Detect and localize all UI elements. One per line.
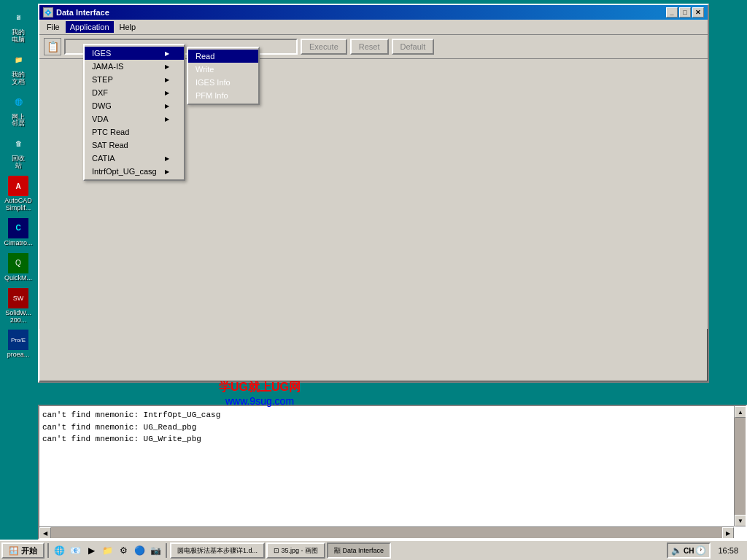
menu-iges[interactable]: IGES ▶ Read Write IGES Info PFM Info [85, 47, 184, 60]
menu-help[interactable]: Help [115, 21, 141, 33]
desktop-icon-solidworks[interactable]: SW SolidW...200... [1, 288, 36, 324]
desktop-icon-recycle[interactable]: 🗑 回收站 [1, 133, 36, 170]
menu-dwg[interactable]: DWG ▶ [85, 99, 184, 112]
watermark: 学UG就上UG网 www.9sug.com [219, 380, 301, 407]
menu-step[interactable]: STEP ▶ [85, 73, 184, 86]
desktop-icon-network[interactable]: 🌐 网上邻居 [1, 92, 36, 128]
vertical-scrollbar: ▲ ▼ [734, 406, 746, 526]
reset-button[interactable]: Reset [350, 39, 389, 55]
execute-button[interactable]: Execute [301, 39, 347, 55]
log-line-1: can't find mnemonic: IntrfOpt_UG_casg [42, 409, 731, 421]
taskbar-separator-2 [166, 543, 167, 558]
menu-vda[interactable]: VDA ▶ [85, 112, 184, 125]
iges-submenu: Read Write IGES Info PFM Info [187, 47, 260, 105]
desktop-icon-proeasm[interactable]: Pro/E proea... [1, 330, 36, 359]
dxf-arrow: ▶ [165, 90, 169, 96]
menu-intrfopt[interactable]: IntrfOpt_UG_casg ▶ [85, 165, 184, 178]
menu-application[interactable]: Application [66, 21, 114, 33]
desktop-icon-mycomputer[interactable]: 🖥 我的电脑 [1, 7, 36, 44]
quickm-icon: Q [8, 253, 28, 273]
computer-icon: 🖥 [8, 7, 28, 28]
desktop-icon-cimatron[interactable]: C Cimatro... [1, 218, 36, 247]
horizontal-scrollbar: ◀ ▶ [39, 526, 734, 538]
toolbar-icon: 📋 [44, 38, 61, 55]
menu-jama-is[interactable]: JAMA-IS ▶ [85, 60, 184, 73]
submenu-iges-info[interactable]: IGES Info [188, 76, 258, 89]
iges-arrow: ▶ [165, 50, 169, 57]
vda-arrow: ▶ [165, 116, 169, 122]
tray-network-icon[interactable]: 🔈 [671, 545, 682, 556]
menu-bar: File Application Help [39, 20, 708, 35]
watermark-line1: 学UG就上UG网 [219, 380, 301, 395]
dwg-arrow: ▶ [165, 103, 169, 109]
taskbar-launch-5[interactable]: ⚙ [116, 543, 131, 558]
desktop-icon-autocad[interactable]: A AutoCADSimplif... [1, 176, 36, 212]
clock-display: 16:58 [713, 545, 743, 556]
taskbar-launch-6[interactable]: 🔵 [132, 543, 147, 558]
taskbar-launch-1[interactable]: 🌐 [52, 543, 66, 558]
autocad-icon: A [8, 176, 28, 196]
log-line-3: can't find mnemonic: UG_Write_pbg [42, 433, 731, 446]
desktop: 🖥 我的电脑 📁 我的文档 🌐 网上邻居 🗑 回收站 A AutoCADSimp… [0, 0, 36, 540]
taskbar-right: 🔈 CH 🕐 16:58 [667, 542, 746, 559]
title-bar: 💠 Data Interface _ □ ✕ [39, 5, 708, 20]
recycle-icon: 🗑 [8, 133, 28, 154]
catia-arrow: ▶ [165, 155, 169, 162]
menu-file[interactable]: File [42, 21, 64, 33]
menu-sat-read[interactable]: SAT Read [85, 139, 184, 152]
scroll-down-button[interactable]: ▼ [735, 515, 746, 526]
menu-catia[interactable]: CATIA ▶ [85, 152, 184, 165]
minimize-button[interactable]: _ [666, 7, 678, 18]
proe-icon: Pro/E [8, 330, 28, 350]
close-button[interactable]: ✕ [692, 7, 704, 18]
tray-clock-icon: 🕐 [695, 545, 706, 556]
taskbar-btn-img35[interactable]: ⊡ 35.jpg - 画图 [266, 542, 325, 559]
submenu-read[interactable]: Read [188, 50, 258, 63]
application-dropdown: IGES ▶ Read Write IGES Info PFM Info JAM… [83, 44, 185, 181]
application-menu: IGES ▶ Read Write IGES Info PFM Info JAM… [83, 44, 185, 181]
watermark-line2: www.9sug.com [219, 395, 301, 407]
submenu-write[interactable]: Write [188, 63, 258, 76]
solidworks-icon: SW [8, 288, 28, 308]
network-icon: 🌐 [8, 92, 28, 112]
log-line-2: can't find mnemonic: UG_Read_pbg [42, 421, 731, 434]
maximize-button[interactable]: □ [679, 7, 691, 18]
scroll-up-button[interactable]: ▲ [735, 406, 746, 418]
intrfopt-arrow: ▶ [165, 168, 169, 175]
menu-dxf[interactable]: DXF ▶ [85, 86, 184, 99]
taskbar-btn-data-interface[interactable]: 顯 Data Interface [327, 542, 391, 559]
folder-icon: 📁 [8, 50, 28, 70]
start-windows-icon: 🪟 [9, 546, 19, 556]
menu-ptc-read[interactable]: PTC Read [85, 125, 184, 139]
log-content: can't find mnemonic: IntrfOpt_UG_casg ca… [39, 406, 734, 448]
taskbar-launch-7[interactable]: 📷 [148, 543, 163, 558]
taskbar-separator [47, 543, 49, 558]
jama-arrow: ▶ [165, 63, 169, 70]
scroll-right-button[interactable]: ▶ [722, 527, 734, 539]
scroll-track [735, 418, 746, 515]
window-title: Data Interface [56, 8, 109, 17]
log-area: ▲ ▼ ◀ ▶ can't find mnemonic: IntrfOpt_UG… [38, 405, 747, 540]
default-button[interactable]: Default [392, 39, 435, 55]
hscroll-track [51, 527, 722, 538]
quick-launch: 🌐 📧 ▶ 📁 ⚙ 🔵 📷 [52, 543, 163, 558]
taskbar: 🪟 开始 🌐 📧 ▶ 📁 ⚙ 🔵 📷 圆电极拆法基本步骤详1.d... ⊡ 35… [0, 540, 747, 560]
step-arrow: ▶ [165, 77, 169, 83]
scroll-left-button[interactable]: ◀ [39, 527, 51, 539]
taskbar-launch-3[interactable]: ▶ [84, 543, 98, 558]
taskbar-launch-2[interactable]: 📧 [68, 543, 82, 558]
submenu-pfm-info[interactable]: PFM Info [188, 89, 258, 102]
start-button[interactable]: 🪟 开始 [1, 542, 44, 559]
desktop-icon-mydocs[interactable]: 📁 我的文档 [1, 50, 36, 86]
desktop-icon-quickm[interactable]: Q QuickM... [1, 253, 36, 282]
taskbar-btn-dianjifa[interactable]: 圆电极拆法基本步骤详1.d... [170, 542, 265, 559]
cimatron-icon: C [8, 218, 28, 238]
tray-lang-icon[interactable]: CH [684, 547, 694, 555]
taskbar-launch-4[interactable]: 📁 [100, 543, 115, 558]
system-tray: 🔈 CH 🕐 [667, 542, 711, 559]
app-icon: 💠 [43, 7, 53, 18]
